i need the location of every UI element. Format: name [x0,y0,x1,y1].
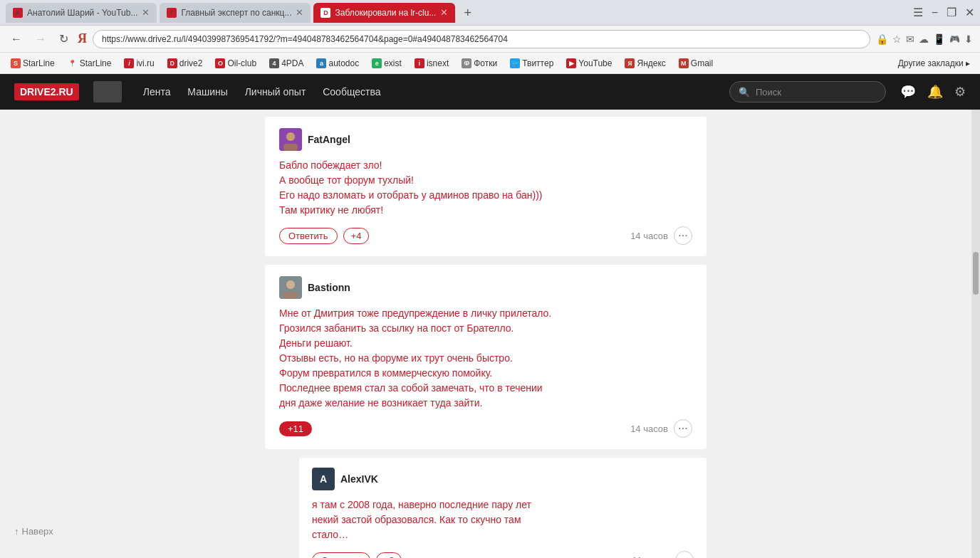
nav-soobschestva[interactable]: Сообщества [323,86,380,98]
like-button-2[interactable]: +11 [279,421,312,436]
bookmark-autodoc[interactable]: a autodoc [311,57,364,70]
tab-2-close[interactable]: ✕ [296,7,303,18]
close-icon[interactable]: ✕ [965,6,974,19]
back-to-top-label: Наверх [22,526,53,537]
starline1-favicon: S [11,58,21,68]
content-area: FatAngel Бабло побеждает зло! А вообще т… [0,110,971,558]
drive2-favicon: D [167,58,177,68]
yandex-logo: Я [78,31,87,46]
forward-button: → [31,31,50,47]
bookmark-star-icon[interactable]: ☆ [892,33,902,45]
site-logo[interactable]: DRIVE2.RU [14,83,79,100]
mail-icon[interactable]: ✉ [906,33,914,45]
settings-icon[interactable]: ⚙ [954,84,966,100]
ivi-favicon: i [124,58,134,68]
tab-3[interactable]: D Заблокировали на lr-clu... ✕ [313,3,455,23]
like-button-1[interactable]: +4 [343,228,370,244]
maximize-icon[interactable]: ❐ [947,6,956,19]
bookmark-ivi[interactable]: i ivi.ru [119,57,159,70]
cloud-icon[interactable]: ☁ [919,33,929,45]
avatar-bastionn [279,276,302,299]
refresh-button[interactable]: ↻ [56,31,72,47]
back-to-top-button[interactable]: ↑ Наверх [14,526,53,537]
isnext-favicon: i [415,58,424,68]
avatar-fatangel [279,128,302,151]
bookmark-exist[interactable]: e exist [367,57,407,70]
tab-3-close[interactable]: ✕ [440,7,448,18]
bell-icon[interactable]: 🔔 [927,84,943,100]
scrollbar-track[interactable] [971,110,980,558]
gmail-favicon: M [679,58,689,68]
exist-favicon: e [372,58,382,68]
scrollbar-thumb[interactable] [973,252,979,295]
like-button-alexivk[interactable]: +3 [376,552,402,559]
tab-1[interactable]: A Анатолий Шарий - YouTub... ✕ [6,3,157,23]
download-icon[interactable]: ⬇ [964,33,973,45]
bookmark-starline1[interactable]: S StarLine [6,57,60,70]
bookmark-gmail[interactable]: M Gmail [674,57,718,70]
tab-2[interactable]: Г Главный эксперт по санкц... ✕ [160,3,311,23]
bookmark-oilclub[interactable]: О Oil-club [210,57,261,70]
new-tab-button[interactable]: + [458,6,477,19]
reply-button-alexivk[interactable]: Ответить [312,552,370,559]
back-button[interactable]: ← [7,31,26,47]
site-header: DRIVE2.RU Лента Машины Личный опыт Сообщ… [0,74,980,110]
more-options-1[interactable]: ··· [674,226,692,245]
tab-1-label: Анатолий Шарий - YouTub... [27,8,137,18]
tab-1-close[interactable]: ✕ [142,7,150,18]
bookmark-isnext[interactable]: i isnext [410,57,454,70]
title-bar: A Анатолий Шарий - YouTub... ✕ Г Главный… [0,0,980,26]
comment-text-bastionn: Мне от Дмитрия тоже предупреждение в лич… [279,306,692,411]
chat-icon[interactable]: 💬 [900,84,916,100]
tab-3-label: Заблокировали на lr-clu... [335,8,436,18]
comment-header-1: FatAngel [279,128,692,151]
nav-lenta[interactable]: Лента [143,86,171,98]
tab-2-label: Главный эксперт по санкц... [181,8,291,18]
url-input[interactable]: https://www.drive2.ru/l/4940399873695417… [93,30,870,48]
username-bastionn: Bastionn [308,282,350,293]
menu-icon[interactable]: ☰ [913,6,923,19]
search-bar[interactable]: 🔍 Поиск [729,81,886,102]
tab-2-favicon: Г [167,8,177,18]
bookmark-twitter[interactable]: 🐦 Твиттер [505,57,558,70]
comment-footer-1: Ответить +4 14 часов ··· [279,226,692,245]
window-controls: ☰ − ❐ ✕ [913,6,974,19]
comment-bastionn: Bastionn Мне от Дмитрия тоже предупрежде… [265,265,707,449]
timestamp-2: 14 часов [630,423,668,434]
comment-text-fatangel: Бабло побеждает зло! А вообще тот форум … [279,158,692,218]
bookmark-4pda[interactable]: 4 4PDA [264,57,308,70]
bookmarks-bar: S StarLine 📍 StarLine i ivi.ru D drive2 … [0,53,980,74]
youtube-favicon: ▶ [566,58,576,68]
site-nav: Лента Машины Личный опыт Сообщества [136,86,388,98]
phone-icon[interactable]: 📱 [933,33,945,45]
up-arrow-icon: ↑ [14,526,19,537]
bookmark-youtube[interactable]: ▶ YouTube [561,57,617,70]
search-icon: 🔍 [739,87,750,98]
tab-1-favicon: A [13,8,23,18]
lock-icon: 🔒 [876,33,888,45]
search-placeholder: Поиск [756,87,781,98]
starline2-favicon: 📍 [68,58,78,68]
reply-alexivk: A AlexIVK я там с 2008 года, наверно пос… [299,458,707,558]
comment-fatangel: FatAngel Бабло побеждает зло! А вообще т… [265,117,707,256]
minimize-icon[interactable]: − [932,6,938,19]
site-nav-thumbnail [93,81,122,102]
other-bookmarks-button[interactable]: Другие закладки ▸ [894,57,974,70]
bookmark-drive2[interactable]: D drive2 [162,57,208,70]
url-text: https://www.drive2.ru/l/4940399873695417… [102,34,508,44]
bookmark-yandex[interactable]: Я Яндекс [620,57,670,70]
more-options-2[interactable]: ··· [674,419,692,438]
nav-lichniy-opyt[interactable]: Личный опыт [245,86,306,98]
bookmark-starline2[interactable]: 📍 StarLine [63,57,117,70]
reply-button-1[interactable]: Ответить [279,228,338,244]
nav-mashiny[interactable]: Машины [187,86,227,98]
game-icon[interactable]: 🎮 [949,34,960,44]
comments-container: FatAngel Бабло побеждает зло! А вообще т… [265,110,707,558]
more-options-reply[interactable]: ··· [675,551,694,558]
autodoc-favicon: a [316,58,326,68]
avatar-alexivk: A [312,468,335,490]
fotki-favicon: Ф [462,58,471,68]
svg-point-1 [286,132,295,141]
username-alexivk: AlexIVK [340,473,378,485]
bookmark-fotki[interactable]: Ф Фотки [457,57,502,70]
